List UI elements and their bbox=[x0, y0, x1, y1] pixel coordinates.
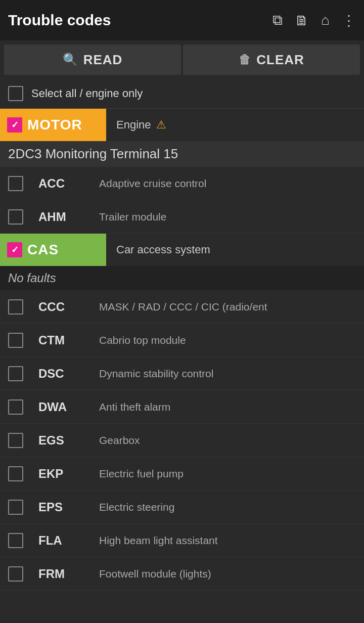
ccc-code: CCC bbox=[38, 300, 99, 314]
motor-description: Engine ⚠ bbox=[106, 118, 166, 131]
dsc-checkbox[interactable] bbox=[8, 366, 23, 381]
list-item[interactable]: DWA Anti theft alarm bbox=[0, 390, 364, 424]
select-all-row[interactable]: Select all / engine only bbox=[0, 79, 364, 109]
list-item[interactable]: CTM Cabrio top module bbox=[0, 324, 364, 357]
ekp-checkbox[interactable] bbox=[8, 466, 23, 481]
dwa-code: DWA bbox=[38, 400, 99, 414]
ekp-code: EKP bbox=[38, 467, 99, 481]
select-all-checkbox[interactable] bbox=[8, 86, 23, 101]
fla-code: FLA bbox=[38, 533, 99, 548]
ekp-desc: Electric fuel pump bbox=[99, 468, 356, 480]
ctm-checkbox[interactable] bbox=[8, 333, 23, 348]
list-item[interactable]: DSC Dynamic stability control bbox=[0, 357, 364, 390]
cas-tag-label: CAS bbox=[27, 242, 59, 258]
page-title: Trouble codes bbox=[8, 12, 272, 29]
cas-description: Car access system bbox=[106, 243, 210, 256]
ahm-desc: Trailer module bbox=[99, 211, 356, 223]
ahm-code: AHM bbox=[38, 210, 99, 224]
frm-checkbox[interactable] bbox=[8, 566, 23, 582]
fla-checkbox[interactable] bbox=[8, 533, 23, 548]
document-icon[interactable]: 🗎 bbox=[295, 12, 309, 29]
egs-desc: Gearbox bbox=[99, 434, 356, 447]
cas-checkbox[interactable] bbox=[7, 242, 22, 257]
eps-desc: Electric steering bbox=[99, 501, 356, 513]
dsc-desc: Dynamic stability control bbox=[99, 368, 356, 380]
list-item[interactable]: FRM Footwell module (lights) bbox=[0, 557, 364, 591]
motor-tag-label: MOTOR bbox=[27, 117, 82, 133]
cas-module-header: CAS Car access system bbox=[0, 234, 364, 266]
ccc-checkbox[interactable] bbox=[8, 299, 23, 315]
acc-checkbox[interactable] bbox=[8, 176, 23, 191]
motor-module-tag[interactable]: MOTOR bbox=[0, 109, 106, 141]
list-item[interactable]: EGS Gearbox bbox=[0, 424, 364, 457]
acc-code: ACC bbox=[38, 176, 99, 191]
select-all-label: Select all / engine only bbox=[31, 87, 143, 100]
motor-module-header: MOTOR Engine ⚠ bbox=[0, 109, 364, 141]
acc-desc: Adaptive cruise control bbox=[99, 177, 356, 190]
header: Trouble codes ⧉ 🗎 ⌂ ⋮ bbox=[0, 0, 364, 40]
header-icons: ⧉ 🗎 ⌂ ⋮ bbox=[272, 12, 356, 29]
egs-checkbox[interactable] bbox=[8, 433, 23, 448]
section-title: 2DC3 Monitoring Terminal 15 bbox=[0, 141, 364, 167]
ahm-checkbox[interactable] bbox=[8, 209, 23, 225]
cas-module-tag[interactable]: CAS bbox=[0, 234, 106, 266]
more-vert-icon[interactable]: ⋮ bbox=[342, 12, 356, 29]
copy-icon[interactable]: ⧉ bbox=[272, 12, 283, 29]
motor-desc-text: Engine bbox=[116, 118, 151, 131]
motor-checkbox[interactable] bbox=[7, 117, 22, 132]
ccc-desc: MASK / RAD / CCC / CIC (radio/ent bbox=[99, 301, 356, 313]
clear-button[interactable]: 🗑 CLEAR bbox=[183, 45, 360, 75]
frm-code: FRM bbox=[38, 567, 99, 581]
frm-desc: Footwell module (lights) bbox=[99, 568, 356, 580]
delete-icon: 🗑 bbox=[239, 53, 251, 67]
list-item[interactable]: AHM Trailer module bbox=[0, 200, 364, 234]
dsc-code: DSC bbox=[38, 367, 99, 381]
list-item[interactable]: ACC Adaptive cruise control bbox=[0, 167, 364, 200]
list-item[interactable]: FLA High beam light assistant bbox=[0, 524, 364, 557]
items-list: ACC Adaptive cruise control AHM Trailer … bbox=[0, 167, 364, 591]
list-item[interactable]: EKP Electric fuel pump bbox=[0, 457, 364, 491]
action-bar: 🔍 READ 🗑 CLEAR bbox=[0, 40, 364, 79]
search-icon: 🔍 bbox=[63, 53, 78, 67]
list-item[interactable]: CCC MASK / RAD / CCC / CIC (radio/ent bbox=[0, 290, 364, 324]
dwa-checkbox[interactable] bbox=[8, 399, 23, 415]
list-item[interactable]: EPS Electric steering bbox=[0, 491, 364, 524]
warning-icon: ⚠ bbox=[156, 118, 166, 131]
ctm-desc: Cabrio top module bbox=[99, 334, 356, 346]
no-faults: No faults bbox=[0, 266, 364, 290]
eps-checkbox[interactable] bbox=[8, 500, 23, 515]
cas-desc-text: Car access system bbox=[116, 243, 210, 256]
egs-code: EGS bbox=[38, 433, 99, 448]
read-button[interactable]: 🔍 READ bbox=[4, 45, 181, 75]
home-icon[interactable]: ⌂ bbox=[321, 12, 330, 28]
ctm-code: CTM bbox=[38, 333, 99, 347]
eps-code: EPS bbox=[38, 500, 99, 514]
fla-desc: High beam light assistant bbox=[99, 535, 356, 547]
dwa-desc: Anti theft alarm bbox=[99, 401, 356, 413]
